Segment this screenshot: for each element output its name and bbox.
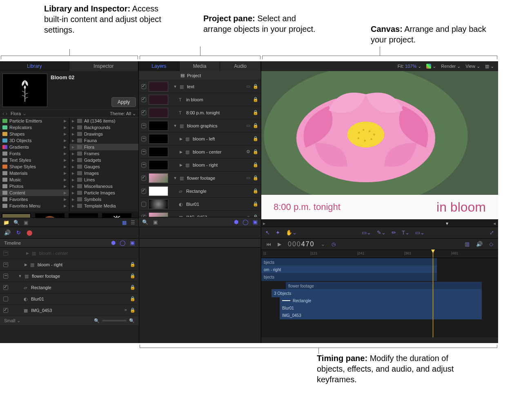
transform-tool-icon[interactable]: ✦ — [276, 230, 280, 236]
visibility-checkbox[interactable] — [3, 297, 8, 301]
subcategory-item[interactable]: ▶Gadgets — [69, 157, 138, 163]
apply-button[interactable]: Apply — [111, 97, 136, 107]
subcategory-item[interactable]: ▶Backgrounds — [69, 124, 138, 131]
layer-row[interactable]: ▼▥bloom graphics▭🔒 — [139, 119, 261, 132]
visibility-checkbox[interactable] — [141, 84, 146, 89]
timeline-layer-row[interactable]: ▼▥flower footage🔒 — [0, 270, 139, 282]
lock-icon[interactable]: 🔒 — [130, 285, 136, 290]
layers-list[interactable]: ▤Project▼▥text▭🔒Tin bloom🔒T8:00 p.m. ton… — [139, 71, 261, 217]
visibility-checkbox[interactable] — [141, 97, 146, 102]
visibility-checkbox[interactable] — [3, 308, 8, 313]
tab-media[interactable]: Media — [180, 61, 220, 71]
timeline-layer-row[interactable]: ▦IMG_0453⚭🔒 — [0, 305, 139, 316]
link-icon[interactable]: ⚭ — [124, 308, 127, 313]
subcategory-item[interactable]: ▶Gauges — [69, 163, 138, 170]
track-clip[interactable]: 3 Objects — [272, 289, 482, 297]
tab-audio[interactable]: Audio — [220, 61, 261, 71]
lock-icon[interactable]: 🔒 — [253, 162, 258, 167]
lock-icon[interactable]: 🔒 — [253, 175, 258, 181]
layer-row[interactable]: ▦IMG_0453⚭🔒 — [139, 211, 261, 217]
loop-icon[interactable]: ↻ — [16, 230, 21, 236]
disclose-icon[interactable]: ▶ — [179, 150, 183, 154]
visibility-checkbox[interactable] — [3, 262, 8, 267]
layer-row[interactable]: ▤Project — [139, 71, 261, 80]
filter-icon[interactable]: ▣ — [130, 240, 135, 246]
lock-icon[interactable]: 🔒 — [253, 201, 258, 207]
visibility-checkbox[interactable] — [141, 136, 146, 141]
record-icon[interactable]: ⬤ — [27, 230, 33, 236]
category-item[interactable]: Music▶ — [0, 176, 69, 183]
keyframe-view-icon[interactable]: ▥ — [465, 241, 470, 247]
out-point-icon[interactable]: ◂ — [493, 221, 496, 225]
nav-back-icon[interactable]: ‹ — [2, 111, 4, 116]
subcategory-item[interactable]: ▶Flora — [69, 144, 138, 150]
category-item[interactable]: Shapes▶ — [0, 131, 69, 137]
layer-row[interactable]: ▶▥bloom - left🔒 — [139, 132, 261, 145]
disclose-icon[interactable]: ▼ — [173, 124, 177, 128]
clock-icon[interactable]: ◷ — [332, 241, 336, 247]
lock-icon[interactable]: 🔒 — [253, 188, 258, 194]
timeline-layer-row[interactable]: ▱Rectangle🔒 — [0, 282, 139, 293]
lock-icon[interactable]: 🔒 — [130, 296, 136, 301]
lock-icon[interactable]: 🔒 — [253, 110, 258, 115]
track-clip[interactable]: bjects — [261, 273, 437, 281]
filter-icon[interactable]: ▣ — [253, 219, 258, 225]
timecode-menu-icon[interactable]: ⌄ — [321, 241, 325, 247]
subcategory-item[interactable]: ▶Fauna — [69, 137, 138, 144]
audio-view-icon[interactable]: 🔊 — [476, 241, 483, 247]
grid-item[interactable]: Arabesque — [2, 213, 31, 218]
speaker-icon[interactable]: 🔊 — [4, 230, 11, 236]
category-item[interactable]: Materials▶ — [0, 170, 69, 176]
breadcrumb-menu-icon[interactable]: ⌄ — [22, 111, 27, 116]
category-item[interactable]: Content▶ — [0, 190, 69, 196]
grid-item[interactable]: Autumn Border — [69, 213, 98, 218]
library-grid[interactable]: ArabesqueAutumn AspenAutumn BorderBarley… — [0, 212, 138, 218]
visibility-checkbox[interactable] — [141, 202, 146, 207]
track-clip[interactable]: flower footage — [286, 282, 482, 290]
category-list-right[interactable]: ▶All (1346 items)▶Backgrounds▶Drawings▶F… — [69, 118, 138, 212]
tab-layers[interactable]: Layers — [139, 61, 180, 71]
category-item[interactable]: Text Styles▶ — [0, 157, 69, 163]
mask-tool-icon[interactable]: ▭⌄ — [415, 230, 425, 236]
playhead[interactable] — [433, 250, 433, 258]
timeline-view-icon[interactable]: ◇ — [489, 241, 493, 247]
layer-row[interactable]: ▼▥text▭🔒 — [139, 80, 261, 93]
2d-icon[interactable]: ▭ — [246, 175, 250, 181]
grid-view-icon[interactable]: ▦ — [122, 220, 127, 225]
timecode[interactable]: 000470 — [288, 240, 314, 248]
behavior-icon[interactable]: ◯ — [120, 240, 126, 246]
category-item[interactable]: Favorites Menu▶ — [0, 203, 69, 209]
tab-inspector[interactable]: Inspector — [69, 61, 139, 71]
disclose-icon[interactable]: ▶ — [24, 263, 28, 267]
lock-icon[interactable]: 🔒 — [253, 84, 258, 89]
subcategory-item[interactable]: ▶All (1346 items) — [69, 118, 138, 124]
zoom-in-icon[interactable]: 🔍 — [129, 318, 135, 323]
lock-icon[interactable]: 🔒 — [130, 273, 136, 279]
search-icon[interactable]: 🔍 — [142, 219, 148, 225]
visibility-checkbox[interactable] — [141, 215, 146, 217]
subcategory-item[interactable]: ▶Template Media — [69, 203, 138, 209]
render-menu[interactable]: Render ⌄ — [441, 64, 461, 69]
subcategory-item[interactable]: ▶Images — [69, 170, 138, 176]
playhead-icon[interactable]: ▾ — [446, 221, 449, 225]
timeline-layer-rows[interactable]: ▶▥bloom - center▶▥bloom - right🔒▼▥flower… — [0, 248, 139, 316]
lock-icon[interactable]: 🔒 — [253, 123, 258, 128]
lock-icon[interactable]: 🔒 — [253, 97, 258, 102]
visibility-checkbox[interactable] — [141, 149, 146, 154]
view-menu[interactable]: View ⌄ — [465, 64, 480, 69]
timeline-layer-row[interactable]: ▶▥bloom - right🔒 — [0, 259, 139, 270]
select-tool-icon[interactable]: ↖ — [265, 230, 270, 236]
subcategory-item[interactable]: ▶Lines — [69, 176, 138, 183]
subcategory-item[interactable]: ▶Frames — [69, 150, 138, 157]
disclose-icon[interactable]: ▶ — [179, 137, 183, 141]
bezier-tool-icon[interactable]: ✎⌄ — [377, 230, 386, 236]
subcategory-item[interactable]: ▶Particle Images — [69, 190, 138, 196]
in-point-icon[interactable]: ▸ — [263, 221, 266, 225]
canvas-viewport[interactable]: 8:00 p.m. tonight in bloom — [261, 71, 498, 219]
category-item[interactable]: Particle Emitters▶ — [0, 118, 69, 124]
subcategory-item[interactable]: ▶Drawings — [69, 131, 138, 137]
disclose-icon[interactable]: ▶ — [179, 163, 183, 167]
grid-item[interactable]: Autumn Aspen — [35, 213, 65, 218]
track-clip[interactable]: bjects — [261, 258, 437, 266]
visibility-checkbox[interactable] — [141, 163, 146, 167]
